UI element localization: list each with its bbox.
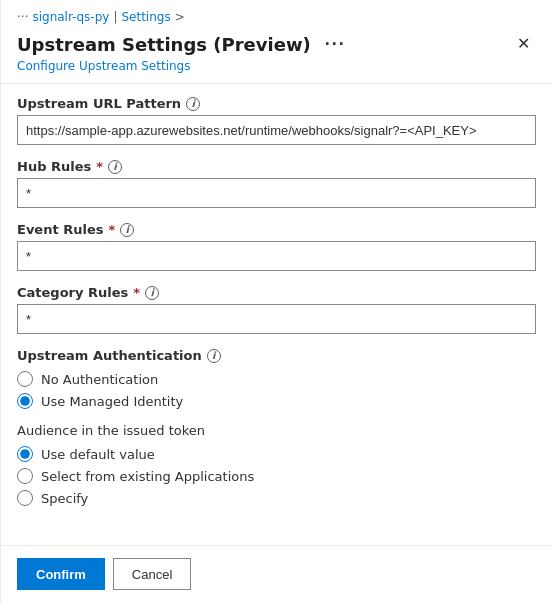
- event-rules-input[interactable]: [17, 241, 536, 271]
- upstream-auth-group: Upstream Authentication i No Authenticat…: [17, 348, 536, 409]
- category-rules-label: Category Rules * i: [17, 285, 536, 300]
- url-pattern-info-icon[interactable]: i: [186, 97, 200, 111]
- url-pattern-label: Upstream URL Pattern i: [17, 96, 536, 111]
- panel-footer: Confirm Cancel: [1, 545, 552, 602]
- confirm-button[interactable]: Confirm: [17, 558, 105, 590]
- page-title: Upstream Settings (Preview): [17, 34, 311, 55]
- breadcrumb-link2[interactable]: Settings: [121, 10, 170, 24]
- hub-rules-label: Hub Rules * i: [17, 159, 536, 174]
- managed-identity-label: Use Managed Identity: [41, 394, 183, 409]
- panel-content: Upstream URL Pattern i Hub Rules * i Eve…: [1, 96, 552, 545]
- more-dots-icon: ···: [325, 34, 346, 54]
- select-existing-option[interactable]: Select from existing Applications: [17, 468, 536, 484]
- audience-label: Audience in the issued token: [17, 423, 536, 438]
- no-auth-radio[interactable]: [17, 371, 33, 387]
- audience-group: Audience in the issued token Use default…: [17, 423, 536, 506]
- select-existing-radio[interactable]: [17, 468, 33, 484]
- category-rules-input[interactable]: [17, 304, 536, 334]
- hub-rules-group: Hub Rules * i: [17, 159, 536, 208]
- url-pattern-input[interactable]: [17, 115, 536, 145]
- category-rules-info-icon[interactable]: i: [145, 286, 159, 300]
- event-rules-group: Event Rules * i: [17, 222, 536, 271]
- event-rules-label: Event Rules * i: [17, 222, 536, 237]
- use-default-label: Use default value: [41, 447, 155, 462]
- managed-identity-option[interactable]: Use Managed Identity: [17, 393, 536, 409]
- no-auth-label: No Authentication: [41, 372, 158, 387]
- more-options-button[interactable]: ···: [319, 32, 352, 57]
- specify-option[interactable]: Specify: [17, 490, 536, 506]
- url-pattern-group: Upstream URL Pattern i: [17, 96, 536, 145]
- header-divider: [1, 83, 552, 84]
- close-button[interactable]: ✕: [511, 32, 536, 56]
- specify-radio[interactable]: [17, 490, 33, 506]
- cancel-button[interactable]: Cancel: [113, 558, 191, 590]
- no-auth-option[interactable]: No Authentication: [17, 371, 536, 387]
- upstream-settings-panel: ··· signalr-qs-py | Settings > Upstream …: [0, 0, 552, 602]
- managed-identity-radio[interactable]: [17, 393, 33, 409]
- select-existing-label: Select from existing Applications: [41, 469, 254, 484]
- use-default-option[interactable]: Use default value: [17, 446, 536, 462]
- panel-subtitle: Configure Upstream Settings: [1, 59, 552, 83]
- specify-label: Specify: [41, 491, 88, 506]
- upstream-auth-info-icon[interactable]: i: [207, 349, 221, 363]
- header-left: Upstream Settings (Preview) ···: [17, 32, 352, 57]
- panel-header: Upstream Settings (Preview) ··· ✕: [1, 28, 552, 59]
- breadcrumb-arrow: >: [175, 10, 185, 24]
- use-default-radio[interactable]: [17, 446, 33, 462]
- breadcrumb: ··· signalr-qs-py | Settings >: [1, 0, 552, 28]
- upstream-auth-radio-group: No Authentication Use Managed Identity: [17, 371, 536, 409]
- breadcrumb-dots: ···: [17, 10, 28, 24]
- breadcrumb-link1[interactable]: signalr-qs-py: [32, 10, 109, 24]
- hub-rules-input[interactable]: [17, 178, 536, 208]
- hub-rules-info-icon[interactable]: i: [108, 160, 122, 174]
- breadcrumb-sep1: |: [113, 10, 117, 24]
- upstream-auth-label: Upstream Authentication i: [17, 348, 536, 363]
- event-rules-info-icon[interactable]: i: [120, 223, 134, 237]
- category-rules-group: Category Rules * i: [17, 285, 536, 334]
- audience-radio-group: Use default value Select from existing A…: [17, 446, 536, 506]
